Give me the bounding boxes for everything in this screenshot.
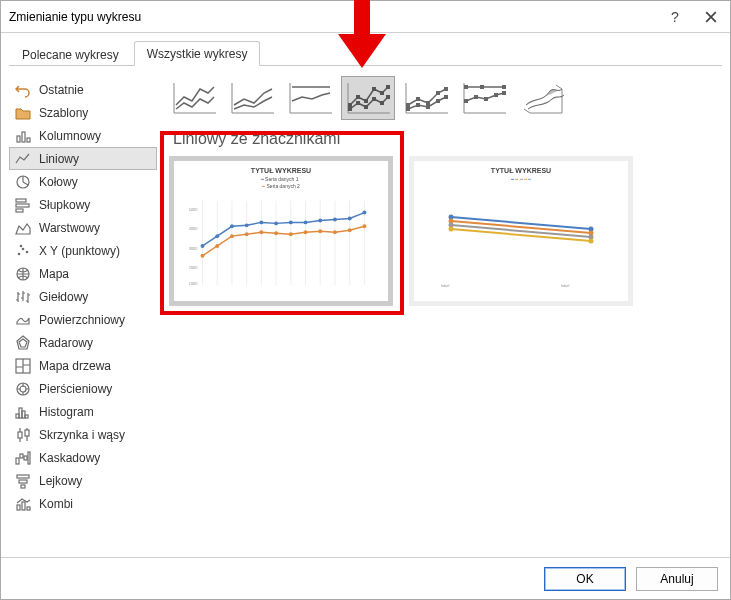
sidebar-item-lejkowy[interactable]: Lejkowy	[9, 469, 157, 492]
chart-preview-1[interactable]: TYTUŁ WYKRESU ━ Seria danych 1 ━ Seria d…	[169, 156, 393, 306]
svg-point-78	[274, 221, 278, 225]
svg-rect-25	[17, 475, 29, 478]
svg-point-80	[304, 220, 308, 224]
titlebar: Zmienianie typu wykresu ?	[1, 1, 730, 33]
svg-point-84	[362, 211, 366, 215]
sidebar-item-mapa-drzewa[interactable]: Mapa drzewa	[9, 354, 157, 377]
svg-point-9	[26, 250, 29, 253]
sidebar-item-ko-owy[interactable]: Kołowy	[9, 170, 157, 193]
subtype-100-stacked-line[interactable]	[283, 76, 337, 120]
subtype-stacked-line-markers[interactable]	[399, 76, 453, 120]
svg-rect-39	[364, 105, 368, 109]
sidebar-item-gie-dowy[interactable]: Giełdowy	[9, 285, 157, 308]
sidebar-item-label: Szablony	[39, 106, 88, 120]
svg-rect-0	[17, 136, 20, 142]
svg-rect-18	[25, 415, 28, 418]
svg-rect-58	[484, 97, 488, 101]
svg-rect-28	[17, 505, 20, 510]
sidebar-item-kolumnowy[interactable]: Kolumnowy	[9, 124, 157, 147]
svg-text:3000: 3000	[189, 246, 199, 251]
svg-rect-21	[16, 458, 19, 464]
surface-icon	[15, 312, 31, 328]
svg-rect-2	[27, 138, 30, 142]
sidebar-item-label: Skrzynka i wąsy	[39, 428, 125, 442]
svg-rect-22	[20, 454, 23, 458]
svg-rect-56	[464, 99, 468, 103]
sidebar-item-label: Pierścieniowy	[39, 382, 112, 396]
svg-rect-59	[494, 93, 498, 97]
svg-rect-1	[22, 132, 25, 142]
undo-icon	[15, 82, 31, 98]
sidebar-item-label: Kombi	[39, 497, 73, 511]
svg-point-7	[18, 252, 21, 255]
svg-rect-54	[480, 85, 484, 89]
svg-point-76	[245, 223, 249, 227]
preview-legend: ━ Seria danych 1 ━ Seria danych 2	[261, 176, 302, 189]
tab-recommended[interactable]: Polecane wykresy	[9, 42, 132, 66]
svg-rect-49	[416, 103, 420, 107]
sidebar-item-label: Mapa drzewa	[39, 359, 111, 373]
scatter-icon	[15, 243, 31, 259]
svg-rect-45	[426, 101, 430, 105]
preview-chart-icon: 50004000300020001000	[181, 191, 381, 295]
svg-text:2000: 2000	[189, 265, 199, 270]
chart-category-list: OstatnieSzablonyKolumnowyLiniowyKołowySł…	[9, 72, 157, 549]
help-button[interactable]: ?	[662, 7, 688, 27]
funnel-icon	[15, 473, 31, 489]
svg-point-8	[22, 247, 25, 250]
subtype-stacked-line[interactable]	[225, 76, 279, 120]
svg-text:4000: 4000	[189, 226, 199, 231]
subtype-line-with-markers[interactable]	[341, 76, 395, 120]
svg-point-85	[201, 254, 205, 258]
svg-rect-24	[28, 452, 30, 464]
sidebar-item-kaskadowy[interactable]: Kaskadowy	[9, 446, 157, 469]
svg-rect-46	[436, 91, 440, 95]
sidebar-item-label: Giełdowy	[39, 290, 88, 304]
sidebar-item-s-upkowy[interactable]: Słupkowy	[9, 193, 157, 216]
svg-point-92	[304, 230, 308, 234]
close-button[interactable]	[698, 7, 724, 27]
svg-rect-48	[406, 107, 410, 111]
box-icon	[15, 427, 31, 443]
svg-point-75	[230, 224, 234, 228]
sidebar-item-kombi[interactable]: Kombi	[9, 492, 157, 515]
sidebar-item-ostatnie[interactable]: Ostatnie	[9, 78, 157, 101]
sidebar-item-histogram[interactable]: Histogram	[9, 400, 157, 423]
chart-preview-2[interactable]: TYTUŁ WYKRESU ━ ━ ━ ━ ━ labellabel	[409, 156, 633, 306]
combo-icon	[15, 496, 31, 512]
tab-label: Polecane wykresy	[22, 48, 119, 62]
cancel-button[interactable]: Anuluj	[636, 567, 718, 591]
svg-rect-43	[406, 103, 410, 107]
tab-all-charts[interactable]: Wszystkie wykresy	[134, 41, 261, 66]
folder-icon	[15, 105, 31, 121]
pie-icon	[15, 174, 31, 190]
main-area: OstatnieSzablonyKolumnowyLiniowyKołowySł…	[1, 66, 730, 557]
subtype-100-stacked-line-markers[interactable]	[457, 76, 511, 120]
line-icon	[15, 151, 31, 167]
sidebar-item-mapa[interactable]: Mapa	[9, 262, 157, 285]
sidebar-item-skrzynka-i-w-sy[interactable]: Skrzynka i wąsy	[9, 423, 157, 446]
subtype-3d-line[interactable]	[515, 76, 569, 120]
sidebar-item-warstwowy[interactable]: Warstwowy	[9, 216, 157, 239]
sidebar-item-powierzchniowy[interactable]: Powierzchniowy	[9, 308, 157, 331]
ok-button[interactable]: OK	[544, 567, 626, 591]
svg-point-74	[215, 234, 219, 238]
dialog-buttons: OK Anuluj	[1, 557, 730, 599]
svg-point-109	[589, 238, 594, 243]
svg-point-73	[201, 244, 205, 248]
change-chart-type-dialog: Zmienianie typu wykresu ? Polecane wykre…	[0, 0, 731, 600]
subtype-line[interactable]	[167, 76, 221, 120]
sidebar-item-label: X Y (punktowy)	[39, 244, 120, 258]
column-icon	[15, 128, 31, 144]
svg-text:5000: 5000	[189, 207, 199, 212]
sidebar-item-pier-cieniowy[interactable]: Pierścieniowy	[9, 377, 157, 400]
sidebar-item-szablony[interactable]: Szablony	[9, 101, 157, 124]
svg-point-94	[333, 230, 337, 234]
sidebar-item-label: Ostatnie	[39, 83, 84, 97]
sidebar-item-radarowy[interactable]: Radarowy	[9, 331, 157, 354]
sidebar-item-x-y-punktowy-[interactable]: X Y (punktowy)	[9, 239, 157, 262]
svg-rect-27	[21, 485, 25, 488]
sidebar-item-liniowy[interactable]: Liniowy	[9, 147, 157, 170]
histogram-icon	[15, 404, 31, 420]
svg-point-89	[259, 230, 263, 234]
